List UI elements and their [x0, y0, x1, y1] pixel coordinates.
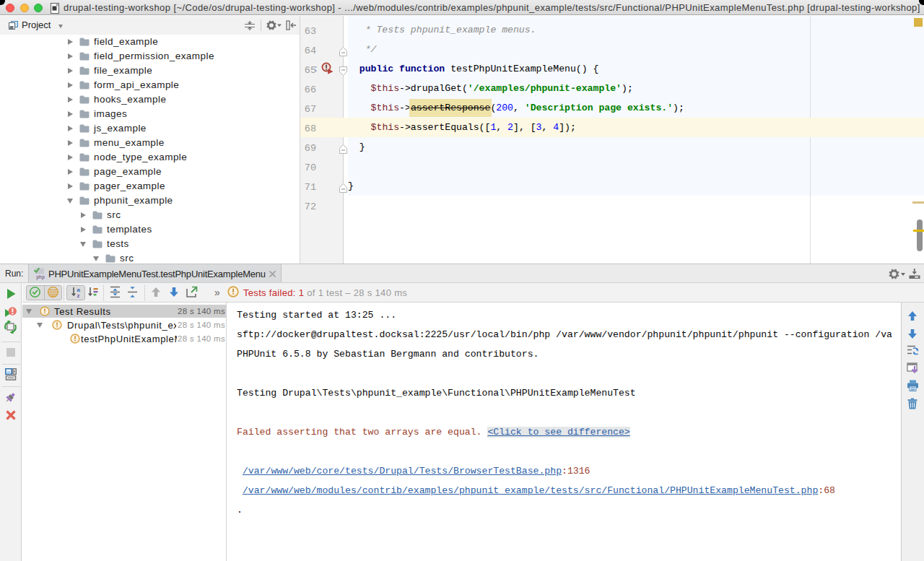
svg-text:z: z [77, 292, 80, 298]
svg-text:php: php [36, 274, 45, 280]
